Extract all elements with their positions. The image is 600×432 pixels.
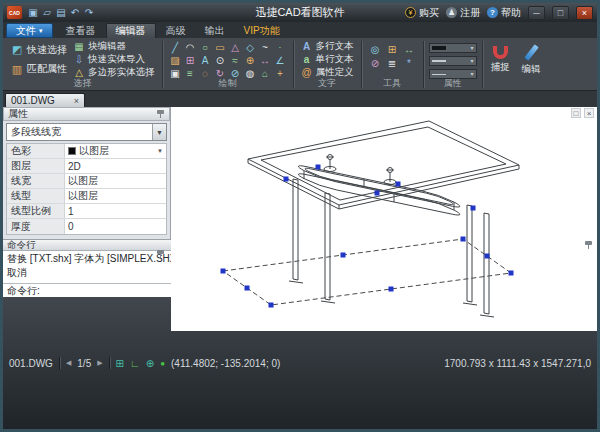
- ortho-mode-icon[interactable]: ∟: [130, 358, 140, 369]
- grid-mode-icon[interactable]: ⊞: [116, 358, 124, 369]
- settings-icon[interactable]: *: [401, 56, 418, 70]
- tab-vip[interactable]: VIP功能: [235, 23, 289, 38]
- ribbon-group-draw: ╱ ◠ ○ ▭ △ ◇ ~ · ▨ ⊞ A ⊙ ≈ ⊕ ↔ ∠ ▣ ≡ ◌ ↻: [165, 39, 291, 90]
- tab-editor[interactable]: 编辑器: [106, 23, 156, 38]
- page-prev-icon[interactable]: ◀: [66, 359, 71, 367]
- cursor-coordinates: (411.4802; -135.2014; 0): [171, 358, 280, 369]
- property-label: 线型: [7, 189, 65, 203]
- help-button[interactable]: ? 帮助: [487, 6, 521, 20]
- ribbon-group-select: ◩ 快速选择 ▥ 匹配属性 ▦ 块编辑器 ⇩ 快速实体导入 △: [5, 39, 160, 90]
- hatch-icon[interactable]: ▨: [168, 54, 183, 67]
- property-row-thickness[interactable]: 厚度 0: [7, 219, 166, 234]
- measure-icon[interactable]: ↔: [401, 42, 418, 56]
- document-tab-bar: 001.DWG ×: [3, 91, 597, 107]
- snap-button[interactable]: 捕捉: [485, 39, 516, 90]
- angular-dimension-icon[interactable]: ∠: [273, 54, 288, 67]
- tab-output[interactable]: 输出: [196, 23, 234, 38]
- ribbon-group-properties: ▾ ▾ ▾ 属性: [426, 39, 480, 90]
- edit-button[interactable]: 编辑: [516, 39, 547, 90]
- calculator-icon[interactable]: ⊞: [384, 42, 401, 56]
- doc-tab-close-icon[interactable]: ×: [74, 96, 79, 106]
- table-icon[interactable]: ⊞: [183, 54, 198, 67]
- circle-icon[interactable]: ○: [198, 41, 213, 54]
- property-row-linetype[interactable]: 线型 以图层: [7, 189, 166, 204]
- lineweight-chip: [432, 60, 446, 62]
- print-icon[interactable]: ▤: [54, 6, 68, 20]
- tab-advanced[interactable]: 高级: [157, 23, 195, 38]
- single-text-label: 单行文本: [316, 53, 354, 66]
- save-icon[interactable]: ▣: [26, 6, 40, 20]
- donut-icon[interactable]: ⊙: [213, 54, 228, 67]
- mdi-close-icon[interactable]: ×: [584, 108, 594, 118]
- point-icon[interactable]: ·: [273, 41, 288, 54]
- close-button[interactable]: ×: [576, 6, 593, 20]
- property-label: 线宽: [7, 174, 65, 188]
- layers-icon[interactable]: ≣: [384, 56, 401, 70]
- command-panel-title: 命令行: [7, 239, 36, 252]
- property-label: 图层: [7, 159, 65, 173]
- property-label: 色彩: [7, 144, 65, 158]
- redo-icon[interactable]: ↷: [82, 6, 96, 20]
- entity-import-label: 快速实体导入: [88, 53, 145, 66]
- properties-panel-title: 属性: [8, 107, 28, 121]
- sketch-icon[interactable]: ≈: [228, 54, 243, 67]
- property-row-linetype-scale[interactable]: 线型比例 1: [7, 204, 166, 219]
- spline-icon[interactable]: ~: [258, 41, 273, 54]
- trim-icon[interactable]: ⊘: [367, 56, 384, 70]
- point-style-icon[interactable]: ⊕: [243, 54, 258, 67]
- pin-icon[interactable]: [156, 250, 165, 259]
- linear-dimension-icon[interactable]: ↔: [258, 54, 273, 67]
- undo-icon[interactable]: ↶: [68, 6, 82, 20]
- find-icon[interactable]: ◎: [367, 42, 384, 56]
- open-icon[interactable]: ▱: [40, 6, 54, 20]
- register-label: 注册: [460, 6, 480, 20]
- rectangle-icon[interactable]: ▭: [213, 41, 228, 54]
- buy-label: 购买: [419, 6, 439, 20]
- property-row-color[interactable]: 色彩 以图层 ▼: [7, 144, 166, 159]
- doc-tab-001dwg[interactable]: 001.DWG ×: [5, 93, 85, 107]
- multiline-text-icon: A: [301, 41, 313, 53]
- table-frame: [289, 163, 469, 218]
- arc-icon[interactable]: ◠: [183, 41, 198, 54]
- dropdown-arrow-icon[interactable]: ▼: [152, 124, 166, 140]
- rhombus-icon[interactable]: ◇: [243, 41, 258, 54]
- pin-icon[interactable]: [584, 241, 593, 250]
- property-row-layer[interactable]: 图层 2D: [7, 159, 166, 174]
- entity-import-button[interactable]: ⇩ 快速实体导入: [71, 53, 157, 66]
- entity-type-selector[interactable]: 多段线线宽 ▼: [6, 123, 167, 141]
- buy-button[interactable]: ¥ 购买: [405, 6, 439, 20]
- polygon-icon[interactable]: △: [228, 41, 243, 54]
- ribbon: ◩ 快速选择 ▥ 匹配属性 ▦ 块编辑器 ⇩ 快速实体导入 △: [3, 38, 597, 91]
- register-button[interactable]: ♟ 注册: [446, 6, 480, 20]
- drawing-viewport[interactable]: □ ×: [171, 107, 597, 331]
- text-icon[interactable]: A: [198, 54, 213, 67]
- mdi-restore-icon[interactable]: □: [571, 108, 581, 118]
- quick-select-button[interactable]: ◩ 快速选择: [8, 40, 69, 60]
- multiline-text-button[interactable]: A 多行文本: [299, 40, 356, 53]
- tab-viewer[interactable]: 查看器: [57, 23, 105, 38]
- cad-drawing[interactable]: [171, 107, 597, 331]
- file-menu-button[interactable]: 文件 ▾: [6, 23, 53, 38]
- osnap-mode-icon[interactable]: ⊕: [146, 358, 154, 369]
- properties-group-label: 属性: [426, 77, 480, 90]
- pin-icon[interactable]: [156, 110, 165, 119]
- block-editor-button[interactable]: ▦ 块编辑器: [71, 40, 157, 53]
- single-text-button[interactable]: a 单行文本: [299, 53, 356, 66]
- tools-group-label: 工具: [364, 77, 421, 90]
- lineweight-selector[interactable]: ▾: [429, 56, 477, 66]
- property-row-lineweight[interactable]: 线宽 以图层: [7, 174, 166, 189]
- minimize-button[interactable]: ─: [528, 6, 545, 20]
- snap-label: 捕捉: [491, 61, 510, 74]
- drawing-dimensions: 1700.793 x 1111.43 x 1547.271,0: [444, 358, 591, 369]
- maximize-button[interactable]: □: [552, 6, 569, 20]
- person-icon: ♟: [446, 7, 457, 18]
- page-next-icon[interactable]: ▶: [97, 359, 102, 367]
- dropdown-arrow-icon[interactable]: ▼: [157, 148, 163, 154]
- line-icon[interactable]: ╱: [168, 41, 183, 54]
- match-properties-label: 匹配属性: [27, 62, 67, 76]
- color-selector[interactable]: ▾: [429, 43, 477, 53]
- single-text-icon: a: [301, 54, 313, 66]
- group-separator: [293, 41, 294, 88]
- selection-grips[interactable]: [221, 165, 514, 308]
- menu-bar: 文件 ▾ 查看器 编辑器 高级 输出 VIP功能: [3, 22, 597, 38]
